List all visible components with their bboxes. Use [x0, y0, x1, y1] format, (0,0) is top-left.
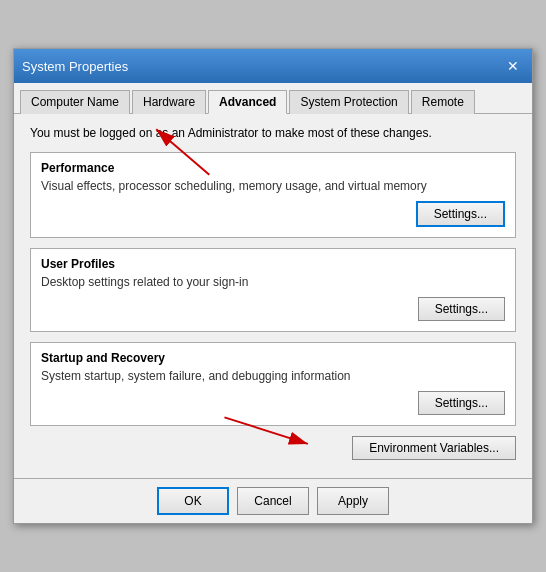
- system-properties-window: System Properties ✕ Computer Name Hardwa…: [13, 48, 533, 524]
- tab-system-protection[interactable]: System Protection: [289, 90, 408, 114]
- performance-btn-row: Settings...: [41, 201, 505, 227]
- user-profiles-desc: Desktop settings related to your sign-in: [41, 275, 505, 289]
- startup-recovery-btn-row: Settings...: [41, 391, 505, 415]
- user-profiles-title: User Profiles: [41, 257, 505, 271]
- tab-computer-name[interactable]: Computer Name: [20, 90, 130, 114]
- startup-recovery-settings-button[interactable]: Settings...: [418, 391, 505, 415]
- performance-settings-button[interactable]: Settings...: [416, 201, 505, 227]
- title-bar: System Properties ✕: [14, 49, 532, 83]
- user-profiles-section: User Profiles Desktop settings related t…: [30, 248, 516, 332]
- startup-recovery-section: Startup and Recovery System startup, sys…: [30, 342, 516, 426]
- performance-section: Performance Visual effects, processor sc…: [30, 152, 516, 238]
- tab-hardware[interactable]: Hardware: [132, 90, 206, 114]
- close-button[interactable]: ✕: [502, 55, 524, 77]
- startup-recovery-title: Startup and Recovery: [41, 351, 505, 365]
- ok-button[interactable]: OK: [157, 487, 229, 515]
- environment-variables-button[interactable]: Environment Variables...: [352, 436, 516, 460]
- tab-bar: Computer Name Hardware Advanced System P…: [14, 85, 532, 114]
- user-profiles-settings-button[interactable]: Settings...: [418, 297, 505, 321]
- bottom-bar: OK Cancel Apply: [14, 478, 532, 523]
- window-title: System Properties: [22, 59, 128, 74]
- performance-title: Performance: [41, 161, 505, 175]
- startup-recovery-desc: System startup, system failure, and debu…: [41, 369, 505, 383]
- apply-button[interactable]: Apply: [317, 487, 389, 515]
- user-profiles-btn-row: Settings...: [41, 297, 505, 321]
- env-vars-row: Environment Variables...: [30, 436, 516, 460]
- tab-remote[interactable]: Remote: [411, 90, 475, 114]
- admin-notice: You must be logged on as an Administrato…: [30, 126, 516, 140]
- tab-advanced[interactable]: Advanced: [208, 90, 287, 114]
- tab-content: You must be logged on as an Administrato…: [14, 114, 532, 478]
- cancel-button[interactable]: Cancel: [237, 487, 309, 515]
- performance-desc: Visual effects, processor scheduling, me…: [41, 179, 505, 193]
